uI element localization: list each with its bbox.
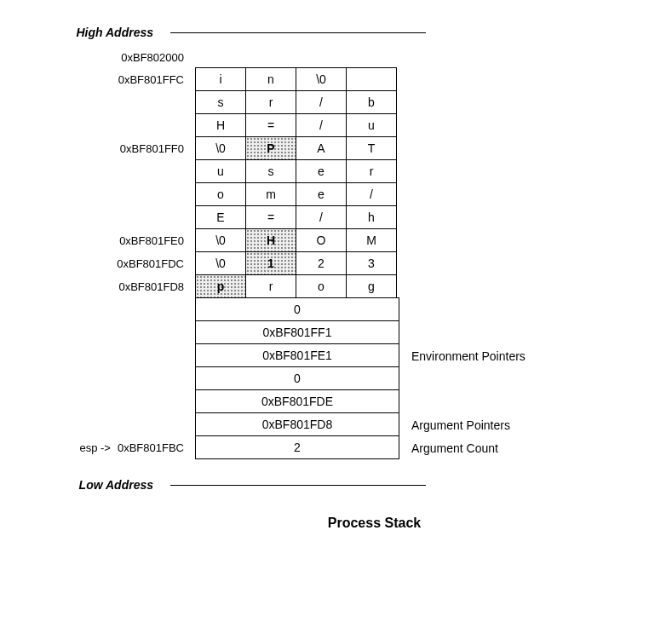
row-description bbox=[399, 321, 411, 344]
divider-line bbox=[170, 32, 426, 33]
word-cell: 0xBF801FDE bbox=[195, 389, 399, 413]
address-label: esp ->0xBF801FBC bbox=[34, 436, 196, 459]
word-row: 0 bbox=[34, 367, 638, 390]
byte-cell: u bbox=[346, 113, 397, 137]
address-label: 0xBF801FFC bbox=[34, 68, 196, 91]
word-row: 0xBF801FE1Environment Pointers bbox=[34, 344, 638, 367]
byte-row: 0xBF801FFCin\0 bbox=[34, 68, 638, 91]
byte-cell: / bbox=[346, 182, 397, 206]
byte-cell: H bbox=[245, 228, 296, 252]
byte-cells: in\0 bbox=[196, 68, 397, 91]
byte-cell: A bbox=[296, 136, 347, 160]
byte-cell: = bbox=[245, 205, 296, 229]
address-label: 0xBF801FE0 bbox=[34, 229, 196, 252]
high-address-header: High Address bbox=[34, 26, 638, 39]
byte-cells: sr/b bbox=[196, 91, 397, 114]
byte-cell: E bbox=[195, 205, 246, 229]
byte-cell: o bbox=[195, 182, 246, 206]
word-row: 0xBF801FF1 bbox=[34, 321, 638, 344]
address-label bbox=[34, 114, 196, 137]
byte-cell: \0 bbox=[195, 136, 246, 160]
address-label: 0xBF801FD8 bbox=[34, 275, 196, 298]
byte-row: ome/ bbox=[34, 183, 638, 206]
row-description: Environment Pointers bbox=[399, 344, 526, 367]
byte-cell: s bbox=[195, 90, 246, 114]
byte-cell: \0 bbox=[296, 67, 347, 91]
divider-line bbox=[170, 485, 426, 486]
esp-pointer: esp -> bbox=[79, 441, 111, 454]
address-value: 0xBF801FBC bbox=[118, 441, 184, 454]
address-label: 0xBF801FDC bbox=[34, 252, 196, 275]
byte-cell: = bbox=[245, 113, 296, 137]
byte-cells: E=/h bbox=[196, 206, 397, 229]
byte-cells: \0PAT bbox=[196, 137, 397, 160]
address-label bbox=[34, 298, 196, 321]
byte-cell: P bbox=[245, 136, 296, 160]
byte-cell: s bbox=[245, 159, 296, 183]
word-cell: 0xBF801FF1 bbox=[195, 320, 399, 344]
low-address-label: Low Address bbox=[34, 478, 153, 492]
row-description: Argument Count bbox=[399, 436, 498, 459]
address-label: 0xBF802000 bbox=[34, 46, 196, 68]
byte-cells: prog bbox=[196, 275, 397, 298]
byte-cell: e bbox=[296, 159, 347, 183]
byte-cell: i bbox=[195, 67, 246, 91]
byte-cells: ome/ bbox=[196, 183, 397, 206]
byte-cell: 3 bbox=[346, 251, 397, 275]
word-cell: 0xBF801FD8 bbox=[195, 412, 399, 436]
word-cell: 2 bbox=[195, 435, 399, 459]
word-cell: 0xBF801FE1 bbox=[195, 343, 399, 367]
byte-cells: H=/u bbox=[196, 114, 397, 137]
address-label bbox=[34, 183, 196, 206]
top-address-row: 0xBF802000 bbox=[34, 46, 638, 68]
byte-row: sr/b bbox=[34, 91, 638, 114]
byte-row: H=/u bbox=[34, 114, 638, 137]
address-label bbox=[34, 413, 196, 436]
byte-cell: / bbox=[296, 113, 347, 137]
byte-row: 0xBF801FF0\0PAT bbox=[34, 137, 638, 160]
byte-cells: \0HOM bbox=[196, 229, 397, 252]
byte-cell: \0 bbox=[195, 251, 246, 275]
byte-row: user bbox=[34, 160, 638, 183]
address-label bbox=[34, 344, 196, 367]
row-description: Argument Pointers bbox=[399, 413, 510, 436]
byte-cell: / bbox=[296, 90, 347, 114]
byte-cell: u bbox=[195, 159, 246, 183]
address-label bbox=[34, 367, 196, 390]
byte-cell: r bbox=[346, 159, 397, 183]
byte-row: 0xBF801FE0\0HOM bbox=[34, 229, 638, 252]
byte-row: 0xBF801FDC\0123 bbox=[34, 252, 638, 275]
word-cell: 0 bbox=[195, 366, 399, 390]
byte-cell: h bbox=[346, 205, 397, 229]
word-cell: 0 bbox=[195, 297, 399, 321]
byte-row: E=/h bbox=[34, 206, 638, 229]
byte-cell: r bbox=[245, 274, 296, 298]
byte-cell: 1 bbox=[245, 251, 296, 275]
byte-cell: n bbox=[245, 67, 296, 91]
byte-cell: H bbox=[195, 113, 246, 137]
stack-diagram: High Address 0xBF802000 0xBF801FFCin\0sr… bbox=[34, 26, 638, 531]
row-description bbox=[399, 367, 411, 390]
byte-cell: M bbox=[346, 228, 397, 252]
word-row: 0xBF801FD8Argument Pointers bbox=[34, 413, 638, 436]
address-label bbox=[34, 321, 196, 344]
high-address-label: High Address bbox=[34, 26, 153, 39]
row-description bbox=[399, 298, 411, 321]
byte-cell: / bbox=[296, 205, 347, 229]
address-label bbox=[34, 390, 196, 413]
word-row: esp ->0xBF801FBC2Argument Count bbox=[34, 436, 638, 459]
word-row: 0 bbox=[34, 298, 638, 321]
byte-cell: g bbox=[346, 274, 397, 298]
byte-cell: \0 bbox=[195, 228, 246, 252]
low-address-footer: Low Address bbox=[34, 478, 638, 492]
byte-cell: b bbox=[346, 90, 397, 114]
diagram-title: Process Stack bbox=[111, 516, 638, 531]
word-row: 0xBF801FDE bbox=[34, 390, 638, 413]
row-description bbox=[399, 390, 411, 413]
byte-cells: user bbox=[196, 160, 397, 183]
byte-cell bbox=[346, 67, 397, 91]
byte-cell: p bbox=[195, 274, 246, 298]
byte-cell: T bbox=[346, 136, 397, 160]
byte-cells: \0123 bbox=[196, 252, 397, 275]
byte-cell: m bbox=[245, 182, 296, 206]
